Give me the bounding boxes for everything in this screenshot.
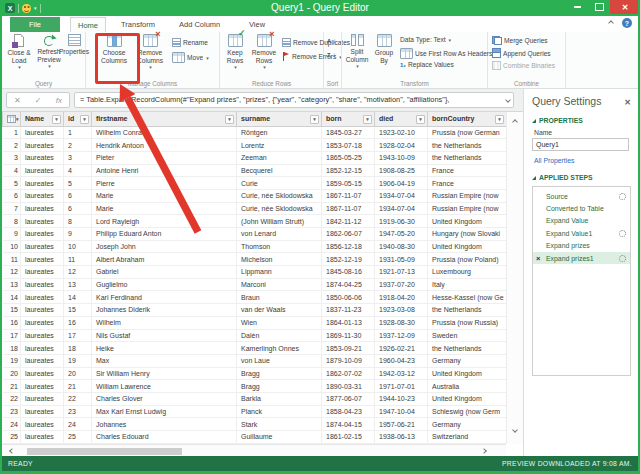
grid-cell[interactable]: Wilhelm Conrad bbox=[92, 126, 237, 139]
grid-cell[interactable]: 1845-03-27 bbox=[322, 126, 375, 139]
minimize-button[interactable] bbox=[566, 0, 588, 14]
row-number[interactable]: 7 bbox=[3, 202, 21, 215]
grid-cell[interactable]: 1862-07-02 bbox=[322, 367, 375, 380]
grid-cell[interactable]: laureates bbox=[21, 164, 64, 177]
tab-home[interactable]: Home bbox=[70, 17, 106, 32]
grid-cell[interactable]: Charles Edouard bbox=[92, 431, 237, 444]
table-row[interactable]: 16laureates16WilhelmWien1864-01-131928-0… bbox=[3, 316, 507, 329]
grid-cell[interactable]: the Netherlands bbox=[428, 342, 507, 355]
scroll-down-icon[interactable] bbox=[512, 427, 518, 433]
row-number[interactable]: 14 bbox=[3, 291, 21, 304]
grid-cell[interactable]: Russian Empire (now bbox=[428, 202, 507, 215]
grid-cell[interactable]: 23 bbox=[64, 405, 92, 418]
row-number[interactable]: 25 bbox=[3, 431, 21, 444]
grid-cell[interactable]: 1874-04-25 bbox=[322, 278, 375, 291]
grid-cell[interactable]: 1923-03-08 bbox=[375, 304, 428, 317]
grid-cell[interactable]: laureates bbox=[21, 380, 64, 393]
grid-cell[interactable]: Gabriel bbox=[92, 266, 237, 279]
grid-cell[interactable]: 1919-06-30 bbox=[375, 215, 428, 228]
grid-cell[interactable]: laureates bbox=[21, 266, 64, 279]
grid-cell[interactable]: 1862-06-07 bbox=[322, 228, 375, 241]
grid-cell[interactable]: Luxembourg bbox=[428, 266, 507, 279]
row-number[interactable]: 3 bbox=[3, 151, 21, 164]
grid-cell[interactable]: Zeeman bbox=[237, 151, 322, 164]
applied-step-expand-prizes1[interactable]: ×Expand prizes1 bbox=[533, 252, 630, 264]
applied-step-source[interactable]: Source bbox=[533, 190, 630, 202]
applied-steps-section-header[interactable]: APPLIED STEPS bbox=[532, 174, 632, 181]
grid-cell[interactable]: 1931-05-09 bbox=[375, 253, 428, 266]
grid-cell[interactable]: 1859-05-15 bbox=[322, 177, 375, 190]
grid-cell[interactable]: Thomson bbox=[237, 240, 322, 253]
row-number[interactable]: 4 bbox=[3, 164, 21, 177]
grid-cell[interactable]: 1971-07-01 bbox=[375, 380, 428, 393]
grid-cell[interactable]: 12 bbox=[64, 266, 92, 279]
table-row[interactable]: 3laureates3PieterZeeman1865-05-251943-10… bbox=[3, 151, 507, 164]
grid-cell[interactable]: Heike bbox=[92, 342, 237, 355]
grid-cell[interactable]: Prussia (now Russia) bbox=[428, 316, 507, 329]
grid-cell[interactable]: laureates bbox=[21, 202, 64, 215]
grid-cell[interactable]: Lippmann bbox=[237, 266, 322, 279]
grid-cell[interactable]: 1869-11-30 bbox=[322, 329, 375, 342]
cancel-icon[interactable]: ✕ bbox=[14, 96, 21, 105]
grid-cell[interactable]: 1938-06-13 bbox=[375, 431, 428, 444]
grid-cell[interactable]: 4 bbox=[64, 164, 92, 177]
horizontal-scrollbar-thumb[interactable] bbox=[27, 448, 182, 455]
grid-cell[interactable]: Italy bbox=[428, 278, 507, 291]
row-number[interactable]: 16 bbox=[3, 316, 21, 329]
grid-cell[interactable]: Pieter bbox=[92, 151, 237, 164]
grid-cell[interactable]: 19 bbox=[64, 354, 92, 367]
scroll-right-icon[interactable] bbox=[481, 448, 487, 454]
column-header-died[interactable]: died▾ bbox=[375, 112, 428, 126]
merge-queries-button[interactable]: Merge Queries bbox=[492, 36, 548, 45]
row-number[interactable]: 5 bbox=[3, 177, 21, 190]
grid-cell[interactable]: Marie bbox=[92, 202, 237, 215]
grid-cell[interactable]: 14 bbox=[64, 291, 92, 304]
table-row[interactable]: 11laureates11Albert AbrahamMichelson1852… bbox=[3, 253, 507, 266]
sort-descending-button[interactable]: Z↓ bbox=[327, 51, 336, 58]
grid-cell[interactable]: United Kingdom bbox=[428, 367, 507, 380]
grid-cell[interactable]: Prussia (now German bbox=[428, 126, 507, 139]
tab-file[interactable]: File bbox=[10, 17, 60, 32]
help-icon[interactable]: ? bbox=[622, 18, 632, 28]
grid-cell[interactable]: 1908-08-25 bbox=[375, 164, 428, 177]
grid-cell[interactable]: laureates bbox=[21, 367, 64, 380]
grid-cell[interactable]: laureates bbox=[21, 405, 64, 418]
grid-cell[interactable]: 13 bbox=[64, 278, 92, 291]
grid-cell[interactable]: Michelson bbox=[237, 253, 322, 266]
grid-cell[interactable]: (John William Strutt) bbox=[237, 215, 322, 228]
grid-cell[interactable]: 8 bbox=[64, 215, 92, 228]
rename-button[interactable]: Rename bbox=[172, 38, 208, 47]
grid-cell[interactable]: Charles Glover bbox=[92, 392, 237, 405]
grid-cell[interactable]: laureates bbox=[21, 418, 64, 431]
table-row[interactable]: 25laureates25Charles EdouardGuillaume186… bbox=[3, 431, 507, 444]
grid-cell[interactable]: 1850-06-06 bbox=[322, 291, 375, 304]
grid-cell[interactable]: laureates bbox=[21, 354, 64, 367]
grid-cell[interactable]: Curie, née Sklodowska bbox=[237, 202, 322, 215]
grid-cell[interactable]: 10 bbox=[64, 240, 92, 253]
column-header-id[interactable]: id▾ bbox=[64, 112, 92, 126]
grid-cell[interactable]: von Laue bbox=[237, 354, 322, 367]
grid-cell[interactable]: laureates bbox=[21, 228, 64, 241]
table-row[interactable]: 9laureates9Philipp Eduard Antonvon Lenar… bbox=[3, 228, 507, 241]
grid-cell[interactable]: 3 bbox=[64, 151, 92, 164]
grid-cell[interactable]: Planck bbox=[237, 405, 322, 418]
grid-cell[interactable]: 1867-11-07 bbox=[322, 189, 375, 202]
grid-cell[interactable]: Kamerlingh Onnes bbox=[237, 342, 322, 355]
grid-cell[interactable]: 1918-04-20 bbox=[375, 291, 428, 304]
grid-cell[interactable]: Johannes bbox=[92, 418, 237, 431]
grid-cell[interactable]: 1921-07-13 bbox=[375, 266, 428, 279]
table-row[interactable]: 12laureates12GabrielLippmann1845-08-1619… bbox=[3, 266, 507, 279]
row-number[interactable]: 11 bbox=[3, 253, 21, 266]
grid-cell[interactable]: United Kingdom bbox=[428, 240, 507, 253]
grid-cell[interactable]: Dalén bbox=[237, 329, 322, 342]
row-number[interactable]: 17 bbox=[3, 329, 21, 342]
formula-input[interactable]: = Table.ExpandRecordColumn(#"Expand priz… bbox=[74, 92, 514, 108]
grid-cell[interactable]: laureates bbox=[21, 431, 64, 444]
applied-step-converted-to-table[interactable]: Converted to Table bbox=[533, 202, 630, 214]
group-by-button[interactable]: Group By bbox=[372, 34, 396, 64]
tab-add-column[interactable]: Add Column bbox=[172, 17, 227, 32]
applied-step-expand-value[interactable]: Expand Value bbox=[533, 215, 630, 227]
grid-cell[interactable]: laureates bbox=[21, 240, 64, 253]
grid-cell[interactable]: Antoine Henri bbox=[92, 164, 237, 177]
grid-cell[interactable]: 21 bbox=[64, 380, 92, 393]
